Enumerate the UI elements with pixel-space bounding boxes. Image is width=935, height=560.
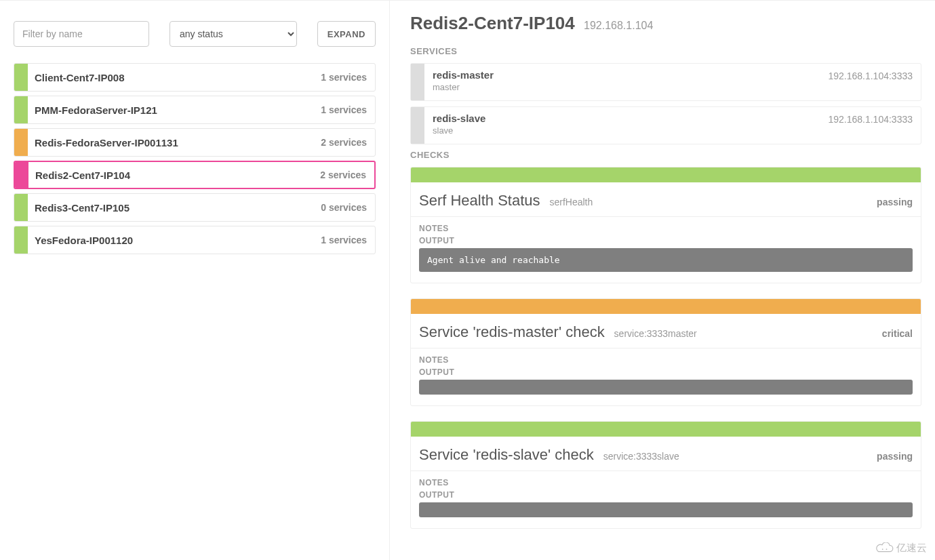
cloud-icon [875,542,894,555]
check-card[interactable]: Service 'redis-slave' check service:3333… [410,421,921,529]
watermark-text: 亿速云 [896,542,927,555]
service-card[interactable]: redis-master master 192.168.1.104:3333 [410,63,921,101]
node-item[interactable]: Redis2-Cent7-IP1042 services [14,161,376,189]
checks-label: CHECKS [410,150,921,160]
check-title: Serf Health Status [419,192,540,209]
node-service-count: 1 services [313,104,375,115]
node-item[interactable]: Redis3-Cent7-IP1050 services [14,193,376,222]
check-header: Service 'redis-master' check service:333… [411,314,921,348]
checks-list: Serf Health Status serfHealth passing NO… [410,167,921,529]
output-label: OUTPUT [419,490,913,500]
check-status: passing [877,451,913,462]
node-name: Redis2-Cent7-IP104 [28,169,312,181]
service-body: redis-slave slave 192.168.1.104:3333 [424,107,921,144]
node-service-count: 2 services [313,137,375,148]
node-name: Redis3-Cent7-IP105 [28,202,313,214]
check-body: NOTES OUTPUT Agent alive and reachable [411,217,921,283]
service-body: redis-master master 192.168.1.104:3333 [424,64,921,100]
check-title: Service 'redis-master' check [419,323,605,340]
services-label: SERVICES [410,46,921,56]
check-status-bar [411,422,921,437]
node-item[interactable]: Redis-FedoraServer-IP0011312 services [14,128,376,157]
output-box [419,380,913,395]
check-body: NOTES OUTPUT [411,348,921,405]
service-status-bar [411,107,424,144]
check-id: service:3333master [614,328,697,339]
node-name: Client-Cent7-IP008 [28,72,313,83]
check-card[interactable]: Serf Health Status serfHealth passing NO… [410,167,921,283]
service-status-bar [411,64,424,100]
service-name: redis-slave [433,113,485,124]
service-address: 192.168.1.104:3333 [828,113,913,125]
check-id: service:3333slave [603,451,679,462]
status-indicator [14,64,28,91]
node-item[interactable]: YesFedora-IP0011201 services [14,226,376,254]
service-sub: slave [433,125,485,136]
service-address: 192.168.1.104:3333 [828,69,913,81]
node-name: YesFedora-IP001120 [28,235,313,246]
status-indicator [14,129,28,156]
check-body: NOTES OUTPUT [411,471,921,528]
node-service-count: 1 services [313,235,375,245]
controls-row: any status EXPAND [14,21,376,47]
check-card[interactable]: Service 'redis-master' check service:333… [410,298,921,406]
output-label: OUTPUT [419,367,913,377]
status-select[interactable]: any status [170,21,297,47]
node-service-count: 0 services [313,202,375,213]
output-label: OUTPUT [419,236,913,245]
services-list: redis-master master 192.168.1.104:3333 r… [410,63,921,144]
service-name: redis-master [433,69,494,81]
sidebar: any status EXPAND Client-Cent7-IP0081 se… [0,1,390,560]
notes-label: NOTES [419,478,913,487]
filter-input[interactable] [14,21,149,47]
svg-point-1 [886,548,888,550]
svg-point-0 [882,548,883,550]
service-sub: master [433,82,494,92]
check-id: serfHealth [549,197,593,207]
expand-button[interactable]: EXPAND [317,21,376,47]
check-title: Service 'redis-slave' check [419,446,594,463]
node-service-count: 2 services [312,169,374,180]
node-title-name: Redis2-Cent7-IP104 [410,13,575,33]
node-service-count: 1 services [313,72,375,83]
notes-label: NOTES [419,355,913,365]
status-indicator [14,194,28,221]
node-item[interactable]: Client-Cent7-IP0081 services [14,63,376,92]
status-indicator [14,96,28,123]
check-status: passing [877,197,913,207]
check-header: Serf Health Status serfHealth passing [411,182,921,217]
node-item[interactable]: PMM-FedoraServer-IP1211 services [14,96,376,124]
node-name: Redis-FedoraServer-IP001131 [28,137,313,148]
output-box: Agent alive and reachable [419,248,913,272]
check-status-bar [411,167,921,182]
notes-label: NOTES [419,224,913,233]
node-list: Client-Cent7-IP0081 servicesPMM-FedoraSe… [14,63,376,254]
check-status-bar [411,299,921,314]
service-card[interactable]: redis-slave slave 192.168.1.104:3333 [410,106,921,144]
output-box [419,502,913,517]
check-status: critical [882,328,913,339]
node-title-ip: 192.168.1.104 [584,20,653,31]
status-indicator [14,226,28,254]
node-title: Redis2-Cent7-IP104 192.168.1.104 [410,13,921,34]
status-indicator [15,162,28,188]
watermark: 亿速云 [875,542,927,555]
node-name: PMM-FedoraServer-IP121 [28,104,313,116]
check-header: Service 'redis-slave' check service:3333… [411,437,921,471]
detail-panel[interactable]: Redis2-Cent7-IP104 192.168.1.104 SERVICE… [390,1,935,560]
